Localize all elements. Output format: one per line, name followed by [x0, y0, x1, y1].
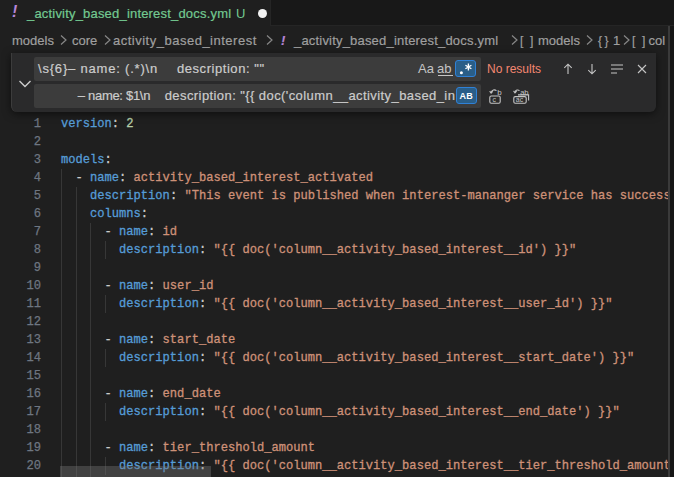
svg-text:c: c: [493, 96, 497, 103]
svg-text:ac: ac: [516, 96, 524, 103]
